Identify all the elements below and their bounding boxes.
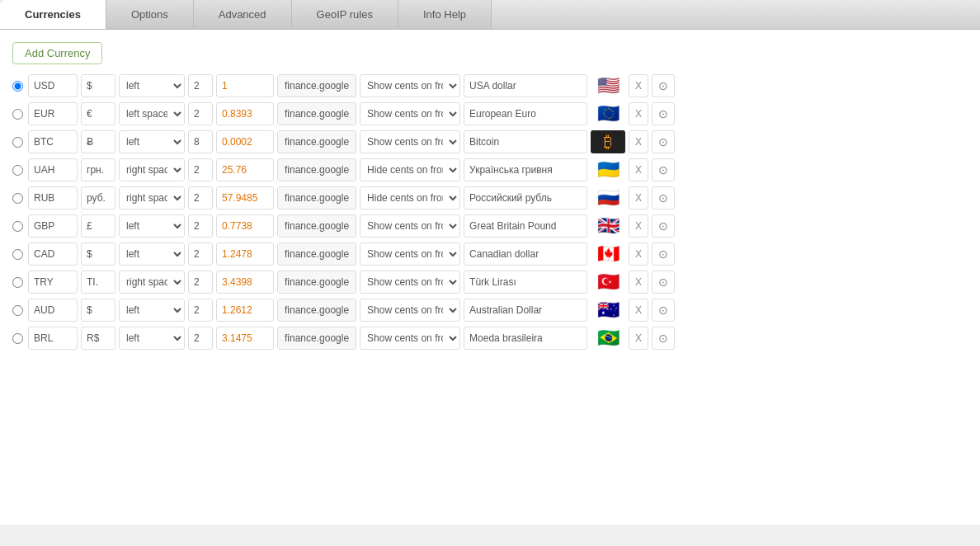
currency-rate-input[interactable] [216, 74, 274, 97]
currency-symbol-input[interactable] [81, 242, 115, 266]
currency-rate-input[interactable] [216, 186, 274, 209]
currency-code-input[interactable] [28, 130, 78, 153]
currency-position-select[interactable]: leftrightleft spaceright space [119, 214, 185, 238]
currency-code-input[interactable] [28, 327, 78, 350]
currency-decimals-input[interactable] [188, 102, 213, 125]
currency-cents-select[interactable]: Show cents on frontHide cents on front [360, 242, 460, 266]
currency-source-button[interactable]: finance.google [277, 242, 356, 266]
tab-info[interactable]: Info Help [398, 0, 492, 29]
currency-decimals-input[interactable] [188, 130, 213, 153]
currency-radio-try[interactable] [12, 277, 23, 288]
currency-radio-rub[interactable] [12, 193, 23, 204]
currency-name-input[interactable] [464, 299, 587, 322]
currency-delete-button[interactable]: X [629, 327, 648, 350]
currency-position-select[interactable]: leftrightleft spaceright space [119, 158, 185, 181]
currency-settings-button[interactable]: ⊙ [652, 327, 675, 350]
currency-code-input[interactable] [28, 102, 78, 125]
currency-decimals-input[interactable] [188, 242, 213, 266]
currency-code-input[interactable] [28, 186, 78, 209]
currency-radio-brl[interactable] [12, 333, 23, 344]
currency-rate-input[interactable] [216, 271, 274, 294]
currency-position-select[interactable]: leftrightleft spaceright space [119, 271, 185, 294]
currency-radio-uah[interactable] [12, 165, 23, 176]
currency-decimals-input[interactable] [188, 214, 213, 238]
currency-code-input[interactable] [28, 271, 78, 294]
currency-rate-input[interactable] [216, 214, 274, 238]
currency-position-select[interactable]: leftrightleft spaceright space [119, 327, 185, 350]
currency-settings-button[interactable]: ⊙ [652, 299, 675, 322]
currency-source-button[interactable]: finance.google [277, 74, 356, 97]
currency-delete-button[interactable]: X [629, 158, 648, 181]
currency-name-input[interactable] [464, 158, 587, 181]
currency-rate-input[interactable] [216, 158, 274, 181]
currency-code-input[interactable] [28, 74, 78, 97]
currency-delete-button[interactable]: X [629, 271, 648, 294]
currency-symbol-input[interactable] [81, 74, 115, 97]
currency-position-select[interactable]: leftrightleft spaceright space [119, 186, 185, 209]
currency-position-select[interactable]: leftrightleft spaceright space [119, 74, 185, 97]
currency-settings-button[interactable]: ⊙ [652, 74, 675, 97]
currency-symbol-input[interactable] [81, 271, 115, 294]
currency-position-select[interactable]: leftrightleft spaceright space [119, 299, 185, 322]
currency-code-input[interactable] [28, 158, 78, 181]
currency-delete-button[interactable]: X [629, 242, 648, 266]
currency-decimals-input[interactable] [188, 299, 213, 322]
currency-delete-button[interactable]: X [629, 74, 648, 97]
currency-radio-eur[interactable] [12, 109, 23, 120]
currency-rate-input[interactable] [216, 130, 274, 153]
currency-code-input[interactable] [28, 299, 78, 322]
currency-radio-gbp[interactable] [12, 221, 23, 232]
currency-settings-button[interactable]: ⊙ [652, 130, 675, 153]
currency-symbol-input[interactable] [81, 158, 115, 181]
currency-settings-button[interactable]: ⊙ [652, 102, 675, 125]
currency-decimals-input[interactable] [188, 74, 213, 97]
currency-settings-button[interactable]: ⊙ [652, 214, 675, 238]
currency-code-input[interactable] [28, 242, 78, 266]
currency-source-button[interactable]: finance.google [277, 186, 356, 209]
tab-currencies[interactable]: Currencies [0, 0, 106, 29]
currency-delete-button[interactable]: X [629, 186, 648, 209]
currency-rate-input[interactable] [216, 299, 274, 322]
currency-settings-button[interactable]: ⊙ [652, 158, 675, 181]
currency-radio-aud[interactable] [12, 305, 23, 316]
currency-cents-select[interactable]: Show cents on frontHide cents on front [360, 74, 460, 97]
currency-name-input[interactable] [464, 242, 587, 266]
currency-position-select[interactable]: leftrightleft spaceright space [119, 130, 185, 153]
currency-delete-button[interactable]: X [629, 299, 648, 322]
currency-source-button[interactable]: finance.google [277, 327, 356, 350]
currency-position-select[interactable]: leftrightleft spaceright space [119, 102, 185, 125]
tab-options[interactable]: Options [106, 0, 194, 29]
currency-rate-input[interactable] [216, 242, 274, 266]
currency-source-button[interactable]: finance.google [277, 214, 356, 238]
currency-settings-button[interactable]: ⊙ [652, 186, 675, 209]
currency-cents-select[interactable]: Show cents on frontHide cents on front [360, 186, 460, 209]
currency-rate-input[interactable] [216, 102, 274, 125]
currency-name-input[interactable] [464, 74, 587, 97]
currency-cents-select[interactable]: Show cents on frontHide cents on front [360, 102, 460, 125]
currency-settings-button[interactable]: ⊙ [652, 242, 675, 266]
currency-delete-button[interactable]: X [629, 214, 648, 238]
currency-source-button[interactable]: finance.google [277, 130, 356, 153]
tab-geoip[interactable]: GeoIP rules [292, 0, 398, 29]
currency-name-input[interactable] [464, 102, 587, 125]
currency-symbol-input[interactable] [81, 299, 115, 322]
currency-cents-select[interactable]: Show cents on frontHide cents on front [360, 214, 460, 238]
currency-decimals-input[interactable] [188, 186, 213, 209]
currency-cents-select[interactable]: Show cents on frontHide cents on front [360, 158, 460, 181]
currency-symbol-input[interactable] [81, 214, 115, 238]
currency-rate-input[interactable] [216, 327, 274, 350]
currency-cents-select[interactable]: Show cents on frontHide cents on front [360, 271, 460, 294]
currency-symbol-input[interactable] [81, 327, 115, 350]
currency-settings-button[interactable]: ⊙ [652, 271, 675, 294]
currency-radio-usd[interactable] [12, 81, 23, 92]
currency-source-button[interactable]: finance.google [277, 102, 356, 125]
currency-symbol-input[interactable] [81, 102, 115, 125]
currency-delete-button[interactable]: X [629, 102, 648, 125]
currency-radio-cad[interactable] [12, 249, 23, 260]
currency-source-button[interactable]: finance.google [277, 271, 356, 294]
currency-decimals-input[interactable] [188, 271, 213, 294]
currency-cents-select[interactable]: Show cents on frontHide cents on front [360, 299, 460, 322]
currency-decimals-input[interactable] [188, 327, 213, 350]
add-currency-button[interactable]: Add Currency [12, 42, 102, 64]
currency-source-button[interactable]: finance.google [277, 158, 356, 181]
